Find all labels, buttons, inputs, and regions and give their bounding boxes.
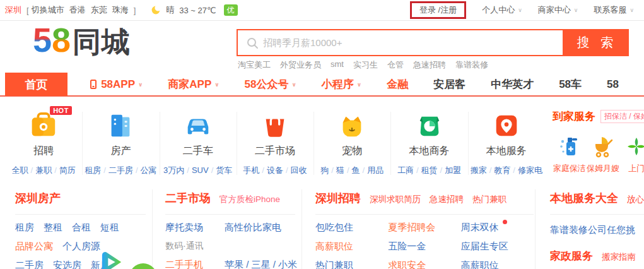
- home-service-item-cleaning[interactable]: 家庭保洁: [553, 134, 586, 174]
- nav-item[interactable]: 小程序 ∨: [322, 77, 361, 92]
- nav-item[interactable]: 商家APP ∨: [168, 77, 219, 92]
- category-sublink[interactable]: 教育: [487, 165, 511, 175]
- section-link[interactable]: 品牌公寓: [15, 241, 53, 253]
- section-subtitle-link[interactable]: 热门兼职: [472, 194, 506, 205]
- section-link[interactable]: 个人房源: [62, 241, 100, 253]
- section-subtitle-link[interactable]: 官方质检iPhone: [220, 194, 280, 205]
- section-subtitle-link[interactable]: 放心搬: [627, 194, 644, 205]
- topbar-menu-item[interactable]: 联系客服 ∨: [594, 4, 634, 16]
- nav-item[interactable]: 58车: [559, 77, 582, 92]
- category-recruit[interactable]: HOT 招聘 全职兼职简历: [5, 103, 82, 182]
- section-link[interactable]: 周末双休: [461, 222, 534, 234]
- category-business[interactable]: 本地商务 工商租赁加盟: [390, 103, 467, 182]
- section-link[interactable]: 安选房: [53, 260, 81, 269]
- hot-word-link[interactable]: 外贸业务员: [280, 59, 321, 71]
- category-sublink[interactable]: 全职: [12, 165, 28, 175]
- section-link[interactable]: 靠谱装修公司任您挑: [550, 224, 635, 236]
- section-title[interactable]: 深圳招聘: [315, 191, 361, 206]
- category-sublink[interactable]: 修家电: [510, 165, 542, 175]
- section-title[interactable]: 深圳房产: [15, 191, 61, 206]
- category-name[interactable]: 本地服务: [486, 145, 527, 158]
- section-link[interactable]: 高薪职位: [315, 241, 388, 253]
- home-service-item-onsite[interactable]: 上门: [620, 134, 644, 174]
- category-name[interactable]: 二手市场: [255, 145, 295, 158]
- category-sublink[interactable]: 用品: [360, 165, 384, 175]
- section-link[interactable]: 求职安全: [388, 260, 460, 269]
- nav-item[interactable]: 58APP ∨: [90, 78, 143, 91]
- section-link[interactable]: 合租: [72, 222, 91, 234]
- category-sublink[interactable]: 设备: [259, 165, 283, 175]
- site-logo[interactable]: 5 8 同城: [33, 23, 131, 61]
- hot-word-link[interactable]: 实习生: [353, 59, 378, 71]
- category-sublink[interactable]: 狗: [320, 165, 329, 175]
- category-sublink[interactable]: 兼职: [28, 165, 52, 175]
- category-sublink[interactable]: 简历: [52, 165, 76, 175]
- home-service-item-nanny[interactable]: 保姆月嫂: [586, 134, 619, 174]
- hot-word-link[interactable]: smt: [331, 59, 344, 71]
- current-city[interactable]: 深圳: [5, 4, 21, 16]
- topbar-menu-item[interactable]: 个人中心 ∨: [482, 4, 522, 16]
- category-sublink[interactable]: 二手房: [101, 165, 133, 175]
- subsection-title[interactable]: 家政服务: [550, 249, 593, 263]
- hot-word-link[interactable]: 急速招聘: [413, 59, 446, 71]
- nav-item[interactable]: 首页: [5, 73, 67, 96]
- nav-item[interactable]: 58公众号 ∨: [245, 77, 296, 92]
- home-service-title[interactable]: 到家服务: [553, 109, 595, 124]
- category-name[interactable]: 本地商务: [409, 145, 450, 158]
- category-sublink[interactable]: 手机: [243, 165, 259, 175]
- category-sublink[interactable]: 租赁: [414, 165, 438, 175]
- section-title[interactable]: 二手市场: [165, 191, 211, 206]
- category-sublink[interactable]: 鱼: [344, 165, 360, 175]
- search-button[interactable]: 搜 索: [563, 30, 628, 55]
- section-link[interactable]: 夏季招聘会: [388, 222, 460, 234]
- nearby-city-link[interactable]: 香港: [69, 4, 86, 16]
- category-sublink[interactable]: 回收: [283, 165, 307, 175]
- section-link[interactable]: 应届生专区: [461, 241, 534, 253]
- section-link[interactable]: 苹果 / 三星 / 小米: [225, 259, 297, 269]
- category-sublink[interactable]: 租房: [85, 165, 101, 175]
- category-pets[interactable]: 宠物 狗猫鱼用品: [313, 103, 390, 182]
- category-car[interactable]: 二手车 3万内SUV货车: [160, 103, 237, 182]
- login-register-link[interactable]: 登录 /注册: [419, 5, 457, 15]
- category-services[interactable]: 本地服务 搬家教育修家电: [468, 103, 545, 182]
- section-link[interactable]: 租房: [15, 222, 34, 234]
- topbar-menu-item[interactable]: 商家中心 ∨: [538, 4, 578, 16]
- nav-item[interactable]: 58: [607, 78, 619, 91]
- section-link[interactable]: 二手手机: [165, 259, 203, 269]
- section-link[interactable]: 高性价比家电: [225, 222, 281, 234]
- section-link[interactable]: 五险一金: [388, 241, 460, 253]
- category-sublink[interactable]: 公寓: [133, 165, 157, 175]
- hot-word-link[interactable]: 淘宝美工: [238, 59, 271, 71]
- nav-item[interactable]: 金融: [387, 77, 408, 92]
- section-link[interactable]: 热门兼职: [315, 260, 388, 269]
- hot-word-link[interactable]: 靠谱装修: [455, 59, 488, 71]
- category-name[interactable]: 招聘: [33, 145, 54, 158]
- video-play-widget[interactable]: [100, 251, 124, 269]
- search-input[interactable]: [238, 30, 563, 55]
- nearby-city-link[interactable]: 珠海: [112, 4, 129, 16]
- category-house[interactable]: 房产 租房二手房公寓: [82, 103, 159, 182]
- nav-item[interactable]: 中华英才: [491, 77, 534, 92]
- section-link[interactable]: 二手房: [15, 260, 44, 269]
- home-service-tag[interactable]: 招保洁 / 保姆: [600, 110, 644, 123]
- section-title[interactable]: 本地服务大全: [550, 191, 618, 206]
- subsection-subtitle-link[interactable]: 搬家指南: [602, 251, 636, 263]
- category-sublink[interactable]: SUV: [184, 165, 208, 175]
- section-subtitle-link[interactable]: 深圳求职简历: [370, 194, 421, 205]
- category-name[interactable]: 二手车: [183, 145, 213, 158]
- section-link[interactable]: 摩托卖场: [165, 222, 203, 234]
- nearby-city-link[interactable]: 东莞: [91, 4, 107, 16]
- category-sublink[interactable]: 工商: [397, 165, 414, 175]
- category-sublink[interactable]: 加盟: [438, 165, 462, 175]
- category-name[interactable]: 宠物: [342, 145, 362, 158]
- category-sublink[interactable]: 猫: [329, 165, 344, 175]
- category-name[interactable]: 房产: [110, 145, 131, 158]
- section-link[interactable]: 包吃包住: [315, 222, 388, 234]
- hot-word-link[interactable]: 仓管: [387, 59, 404, 71]
- category-sublink[interactable]: 3万内: [163, 165, 184, 175]
- nav-item[interactable]: 安居客: [433, 77, 465, 92]
- section-link[interactable]: 整租: [44, 222, 62, 234]
- category-market[interactable]: 二手市场 手机设备回收: [237, 103, 313, 182]
- category-sublink[interactable]: 货车: [209, 165, 233, 175]
- switch-city-link[interactable]: 切换城市: [32, 4, 64, 16]
